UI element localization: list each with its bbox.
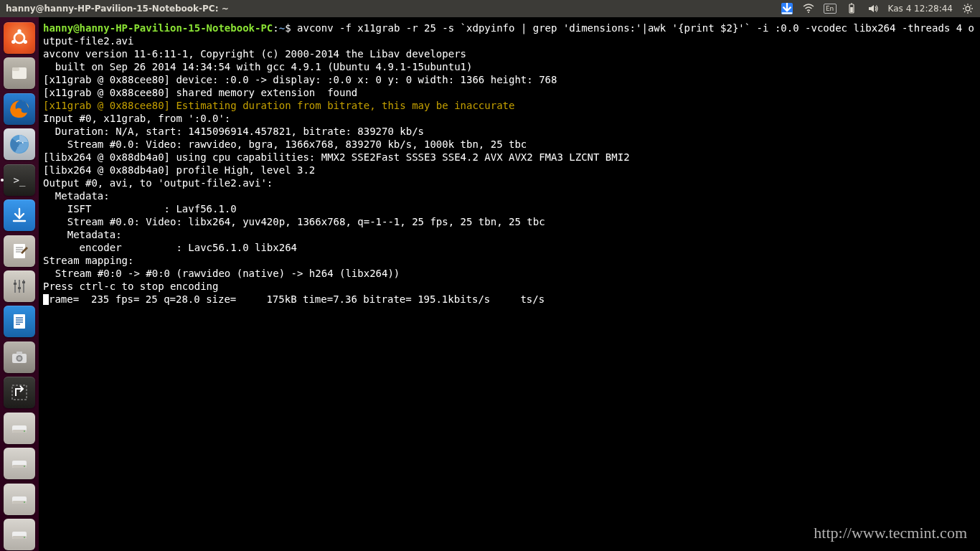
screenshot-tool-icon[interactable] bbox=[3, 377, 36, 409]
downloader-icon[interactable] bbox=[3, 199, 36, 231]
svg-line-9 bbox=[964, 5, 966, 6]
drive-icon-4[interactable] bbox=[3, 519, 36, 551]
svg-rect-31 bbox=[18, 287, 21, 289]
out-line: Stream #0.0: Video: libx264, yuv420p, 13… bbox=[43, 216, 545, 227]
svg-point-4 bbox=[966, 6, 970, 11]
svg-line-10 bbox=[971, 11, 972, 13]
out-line: avconv version 11-6:11-1, Copyright (c) … bbox=[43, 48, 466, 60]
svg-point-13 bbox=[14, 33, 24, 43]
cursor-icon bbox=[43, 294, 49, 305]
terminal-icon[interactable]: >_ bbox=[3, 164, 36, 196]
out-line: [x11grab @ 0x88cee80] device: :0.0 -> di… bbox=[43, 74, 557, 85]
camera-app-icon[interactable] bbox=[3, 341, 36, 373]
out-line: encoder : Lavc56.1.0 libx264 bbox=[43, 242, 297, 253]
prompt-path: ~ bbox=[279, 22, 285, 34]
drive-icon-3[interactable] bbox=[3, 483, 36, 515]
svg-point-51 bbox=[24, 501, 25, 503]
out-line: [libx264 @ 0x88db4a0] profile High, leve… bbox=[43, 164, 315, 176]
sound-settings-icon[interactable] bbox=[3, 270, 36, 302]
running-pip-icon bbox=[1, 179, 4, 182]
dash-home-icon[interactable] bbox=[3, 22, 36, 54]
out-line: Metadata: bbox=[43, 229, 122, 240]
out-line-progress: rame= 235 fps= 25 q=28.0 size= 175kB tim… bbox=[49, 293, 545, 305]
svg-rect-33 bbox=[14, 314, 25, 329]
out-line: Stream mapping: bbox=[43, 255, 133, 266]
svg-rect-3 bbox=[850, 7, 853, 12]
out-line: [libx264 @ 0x88db4a0] using cpu capabili… bbox=[43, 151, 630, 163]
svg-rect-32 bbox=[22, 281, 25, 283]
svg-rect-30 bbox=[14, 283, 17, 285]
keyboard-layout-indicator[interactable]: En bbox=[824, 2, 837, 15]
window-title: hanny@hanny-HP-Pavilion-15-Notebook-PC: … bbox=[0, 4, 781, 14]
out-line: Metadata: bbox=[43, 190, 110, 202]
libreoffice-writer-icon[interactable] bbox=[3, 306, 36, 338]
svg-rect-2 bbox=[851, 4, 852, 5]
svg-point-16 bbox=[24, 39, 27, 43]
sound-icon[interactable] bbox=[867, 2, 880, 15]
out-line: Stream #0:0 -> #0:0 (rawvideo (native) -… bbox=[43, 268, 400, 279]
files-nautilus-icon[interactable] bbox=[3, 57, 36, 89]
out-line: Input #0, x11grab, from ':0.0': bbox=[43, 113, 230, 124]
chromium-icon[interactable] bbox=[3, 128, 36, 160]
svg-rect-42 bbox=[12, 385, 27, 400]
svg-rect-18 bbox=[12, 67, 19, 71]
system-gear-icon[interactable] bbox=[961, 2, 974, 15]
svg-rect-39 bbox=[17, 352, 22, 354]
drive-icon-1[interactable] bbox=[3, 412, 36, 444]
svg-line-11 bbox=[964, 11, 966, 13]
out-line: built on Sep 26 2014 14:34:54 with gcc 4… bbox=[43, 61, 472, 72]
svg-point-45 bbox=[24, 430, 25, 432]
indicator-area: En Kas 4 12:28:44 bbox=[781, 2, 980, 15]
svg-point-54 bbox=[24, 537, 25, 538]
out-line-warning: [x11grab @ 0x88cee80] Estimating duratio… bbox=[43, 100, 514, 111]
out-line: Duration: N/A, start: 1415096914.457821,… bbox=[43, 126, 424, 137]
clock[interactable]: Kas 4 12:28:44 bbox=[888, 4, 953, 14]
text-editor-icon[interactable] bbox=[3, 235, 36, 267]
svg-point-14 bbox=[17, 29, 21, 32]
download-indicator-icon[interactable] bbox=[781, 2, 793, 15]
prompt-sep: : bbox=[273, 22, 278, 34]
battery-icon[interactable] bbox=[845, 2, 858, 15]
svg-line-12 bbox=[971, 5, 972, 6]
out-line: ISFT : Lavf56.1.0 bbox=[43, 203, 237, 215]
svg-point-48 bbox=[24, 466, 25, 467]
svg-point-0 bbox=[808, 11, 809, 13]
firefox-icon[interactable] bbox=[3, 93, 36, 125]
drive-icon-2[interactable] bbox=[3, 448, 36, 480]
prompt-dollar: $ bbox=[285, 22, 297, 34]
out-line: Press ctrl-c to stop encoding bbox=[43, 281, 218, 292]
network-wifi-icon[interactable] bbox=[802, 2, 815, 15]
out-line: Stream #0.0: Video: rawvideo, bgra, 1366… bbox=[43, 138, 527, 150]
svg-point-41 bbox=[18, 357, 22, 360]
terminal-output[interactable]: hanny@hanny-HP-Pavilion-15-Notebook-PC:~… bbox=[39, 17, 980, 551]
out-line: [x11grab @ 0x88cee80] shared memory exte… bbox=[43, 87, 357, 98]
top-panel: hanny@hanny-HP-Pavilion-15-Notebook-PC: … bbox=[0, 0, 980, 17]
prompt-user: hanny@hanny-HP-Pavilion-15-Notebook-PC bbox=[43, 22, 273, 34]
unity-launcher: >_ bbox=[0, 17, 39, 551]
out-line: Output #0, avi, to 'output-file2.avi': bbox=[43, 177, 273, 189]
svg-point-15 bbox=[11, 39, 15, 43]
